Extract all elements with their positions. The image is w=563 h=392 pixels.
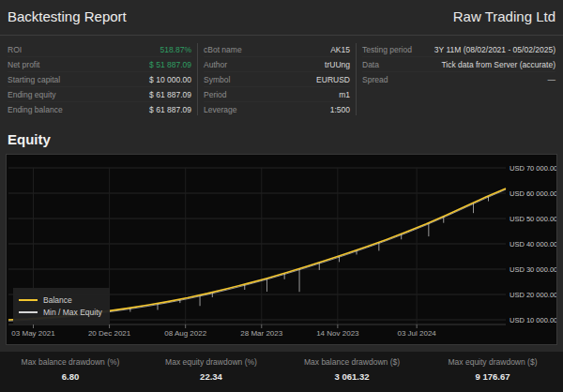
stat-row: Starting capital$ 10 000.00 — [8, 72, 191, 87]
report-header: Backtesting Report Raw Trading Ltd — [0, 0, 563, 36]
legend-line-swatch — [19, 311, 38, 313]
drawdown-label: Max equity drawdown ($) — [422, 357, 563, 367]
equity-section-title: Equity — [8, 131, 555, 147]
stat-label: Spread — [362, 74, 388, 85]
stat-row: Ending equity$ 61 887.09 — [8, 87, 191, 102]
stat-row: Spread— — [362, 72, 555, 86]
drawdown-value: 3 061.32 — [282, 371, 422, 382]
svg-text:20 Dec 2021: 20 Dec 2021 — [88, 329, 131, 338]
stat-label: Leverage — [204, 104, 236, 115]
x-axis-labels: 03 May 202120 Dec 202108 Aug 202228 Mar … — [11, 329, 436, 338]
stats-column-divider — [356, 43, 357, 115]
stat-label: Ending equity — [8, 89, 56, 100]
stat-row: Periodm1 — [204, 87, 350, 102]
drawdown-label: Max balance drawdown (%) — [0, 357, 141, 367]
stats-column: cBot nameAK15AuthortrUUngSymbolEURUSDPer… — [204, 42, 350, 116]
chart-axis — [8, 324, 506, 328]
svg-text:USD 50 000.00: USD 50 000.00 — [510, 215, 556, 223]
summary-stats: ROI518.87%Net profit$ 51 887.09Starting … — [0, 36, 563, 120]
broker-name: Raw Trading Ltd — [453, 8, 555, 24]
legend-item: Min / Max Equity — [19, 308, 102, 317]
stat-label: Period — [204, 89, 227, 100]
stat-row: ROI518.87% — [8, 42, 191, 57]
stat-label: Starting capital — [8, 74, 60, 85]
backtesting-report-window: Backtesting Report Raw Trading Ltd ROI51… — [0, 0, 563, 392]
stat-value: 3Y 11M (08/02/2021 - 05/02/2025) — [434, 44, 555, 55]
drawdown-cell: Max equity drawdown (%)22.34 — [141, 352, 282, 392]
stat-row: Leverage1:500 — [204, 102, 350, 116]
svg-text:USD 70 000.00: USD 70 000.00 — [510, 164, 556, 173]
equity-drawdown-spikes — [100, 196, 488, 315]
svg-text:USD 20 000.00: USD 20 000.00 — [510, 291, 556, 299]
stat-value: $ 51 887.09 — [149, 59, 191, 70]
stat-value: — — [548, 74, 556, 85]
stat-value: $ 61 887.09 — [149, 104, 191, 115]
stat-value: $ 10 000.00 — [149, 74, 191, 85]
stats-column-divider — [197, 43, 198, 115]
stat-label: Author — [204, 59, 227, 70]
stat-value: m1 — [339, 89, 350, 100]
stat-row: DataTick data from Server (accurate) — [362, 57, 555, 72]
drawdown-label: Max balance drawdown ($) — [282, 357, 422, 367]
legend-item: Balance — [19, 295, 102, 305]
svg-text:USD 60 000.00: USD 60 000.00 — [510, 189, 556, 198]
stat-label: ROI — [8, 44, 22, 55]
stat-row: AuthortrUUng — [204, 57, 350, 72]
stat-value: AK15 — [330, 44, 350, 55]
stat-value: 518.87% — [160, 44, 191, 55]
drawdown-label: Max equity drawdown (%) — [141, 357, 282, 367]
stat-value: trUUng — [325, 59, 350, 70]
svg-text:USD 30 000.00: USD 30 000.00 — [510, 265, 556, 274]
stat-value: 1:500 — [330, 104, 350, 115]
svg-text:USD 40 000.00: USD 40 000.00 — [510, 240, 556, 249]
stat-row: Net profit$ 51 887.09 — [8, 57, 191, 72]
stat-label: Testing period — [362, 44, 412, 55]
equity-chart-panel: USD 70 000.00USD 60 000.00USD 50 000.00U… — [6, 154, 557, 345]
legend-label: Balance — [43, 295, 72, 305]
stat-row: SymbolEURUSD — [204, 72, 350, 87]
legend-line-swatch — [19, 299, 38, 301]
drawdown-value: 6.80 — [0, 371, 141, 382]
stat-row: Testing period3Y 11M (08/02/2021 - 05/02… — [362, 42, 555, 57]
stat-label: Ending balance — [8, 104, 63, 115]
chart-legend: BalanceMin / Max Equity — [13, 288, 110, 324]
svg-text:14 Nov 2023: 14 Nov 2023 — [316, 329, 359, 338]
stat-value: EURUSD — [316, 74, 350, 85]
svg-text:USD 10 000.00: USD 10 000.00 — [510, 316, 556, 324]
drawdown-cell: Max equity drawdown ($)9 176.67 — [422, 352, 563, 392]
legend-label: Min / Max Equity — [43, 308, 102, 317]
stats-column: ROI518.87%Net profit$ 51 887.09Starting … — [8, 42, 191, 116]
svg-text:03 Jul 2024: 03 Jul 2024 — [397, 329, 436, 338]
svg-text:08 Aug 2022: 08 Aug 2022 — [164, 329, 206, 338]
stat-row: Ending balance$ 61 887.09 — [8, 102, 191, 116]
page-title: Backtesting Report — [8, 8, 127, 24]
stat-value: Tick data from Server (accurate) — [441, 59, 555, 70]
svg-text:03 May 2021: 03 May 2021 — [11, 329, 55, 338]
drawdown-cell: Max balance drawdown (%)6.80 — [0, 352, 141, 392]
drawdown-value: 9 176.67 — [422, 371, 563, 382]
stats-column: Testing period3Y 11M (08/02/2021 - 05/02… — [362, 42, 555, 86]
stat-label: Symbol — [204, 74, 230, 85]
stat-value: $ 61 887.09 — [149, 89, 191, 100]
y-axis-labels: USD 70 000.00USD 60 000.00USD 50 000.00U… — [510, 164, 556, 324]
drawdown-cell: Max balance drawdown ($)3 061.32 — [282, 352, 422, 392]
stat-label: Net profit — [8, 59, 40, 70]
stat-label: cBot name — [204, 44, 242, 55]
stat-row: cBot nameAK15 — [204, 42, 350, 57]
stat-label: Data — [362, 59, 379, 70]
drawdown-value: 22.34 — [141, 371, 282, 382]
drawdown-stats: Max balance drawdown (%)6.80Max equity d… — [0, 352, 563, 392]
svg-text:28 Mar 2023: 28 Mar 2023 — [240, 329, 282, 338]
